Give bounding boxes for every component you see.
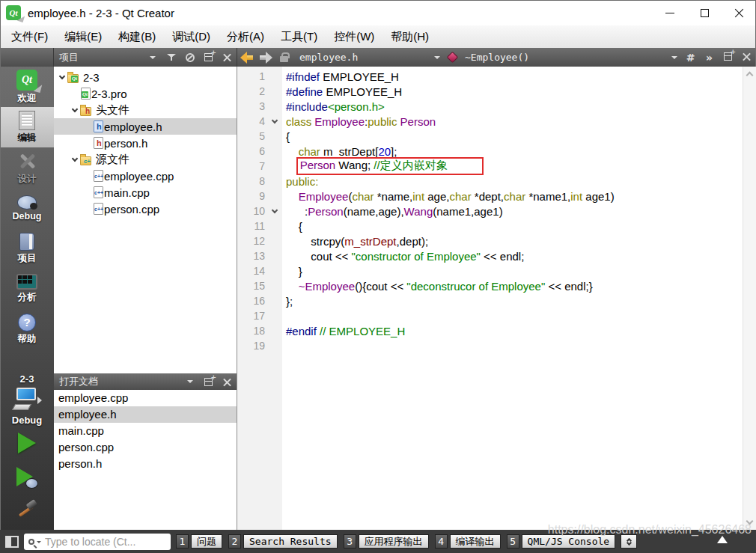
mode-qt-welcome[interactable]: Qt欢迎	[0, 67, 54, 107]
opendocs-combo-caret[interactable]	[180, 373, 199, 390]
tree-item[interactable]: 2-3.pro	[54, 85, 237, 102]
mode-analyze-monitor[interactable]: 分析	[0, 269, 54, 309]
projects-panel-title[interactable]: 项目	[54, 51, 143, 64]
open-documents-title[interactable]: 打开文档	[54, 375, 180, 388]
pane-number: 3	[344, 534, 356, 549]
menu-item[interactable]: 调试(D)	[164, 25, 219, 48]
kit-selector[interactable]: 2-3 Debug	[0, 373, 54, 426]
menu-item[interactable]: 帮助(H)	[382, 25, 437, 48]
output-pane-button-2[interactable]: 2Search Results	[228, 534, 338, 549]
fold-chevron-icon[interactable]	[267, 120, 282, 123]
code-line-text: strcpy(m_strDept,dept);	[282, 235, 428, 248]
open-document-item[interactable]: employee.cpp	[54, 390, 237, 406]
run-play-icon	[18, 433, 36, 453]
code-line-text: char m_strDept[20];	[282, 145, 397, 158]
sync-with-editor-button[interactable]	[180, 48, 199, 67]
line-number: 9	[237, 190, 267, 202]
close-icon	[223, 53, 231, 61]
filter-button[interactable]	[162, 48, 180, 67]
menu-item[interactable]: 编辑(E)	[56, 25, 110, 48]
open-document-item[interactable]: person.h	[54, 456, 237, 472]
split-icon	[724, 52, 732, 61]
open-documents-header: 打开文档	[54, 373, 237, 390]
mode-bug[interactable]: Debug	[0, 188, 54, 228]
build-hammer-icon	[16, 501, 38, 523]
overflow-button[interactable]: »	[700, 52, 719, 63]
menu-item[interactable]: 控件(W)	[326, 25, 382, 48]
expand-chevron-icon[interactable]	[69, 159, 80, 161]
toggle-sidebar-button[interactable]	[5, 536, 19, 548]
pane-number: 2	[228, 534, 241, 549]
code-line: 3#include<person.h>	[237, 99, 743, 114]
expand-chevron-icon[interactable]	[69, 109, 80, 111]
kit-monitor-icon	[12, 388, 42, 413]
editor-scrollbar[interactable]	[743, 67, 756, 530]
line-number: 16	[237, 295, 267, 307]
open-document-item[interactable]: main.cpp	[54, 423, 237, 439]
lock-icon	[280, 56, 288, 62]
open-file-dropdown[interactable]: employee.h	[296, 50, 443, 64]
symbol-dropdown[interactable]: ~Employee()	[462, 50, 680, 64]
scroll-up-icon[interactable]	[746, 72, 754, 79]
open-document-item[interactable]: person.cpp	[54, 439, 237, 456]
output-pane-button-3[interactable]: 3应用程序输出	[344, 534, 429, 549]
title-bar: Qt employee.h - 2-3 - Qt Creator	[0, 0, 756, 25]
sync-disabled-icon	[186, 53, 195, 62]
code-line-text: :Person(name,age),Wang(name1,age1)	[282, 205, 503, 218]
minimize-button[interactable]	[653, 0, 687, 25]
maximize-button[interactable]	[687, 0, 722, 25]
tree-item[interactable]: employee.cpp	[54, 168, 237, 184]
opendocs-close-button[interactable]	[218, 373, 237, 390]
panel-close-button[interactable]	[218, 48, 237, 67]
tree-item[interactable]: 头文件	[54, 102, 237, 118]
mode-design-tools[interactable]: 设计	[0, 147, 54, 188]
locator-box[interactable]	[24, 534, 171, 550]
method-diamond-icon	[447, 52, 459, 64]
mode-edit-document[interactable]: 编辑	[0, 107, 54, 147]
projects-panel-header: 项目	[54, 48, 237, 67]
output-pane-button-1[interactable]: 1问题	[176, 534, 222, 549]
run-button[interactable]	[0, 426, 54, 460]
build-button[interactable]	[0, 495, 54, 529]
folder-cpp-icon	[80, 156, 91, 165]
current-symbol: ~Employee()	[465, 52, 529, 63]
panel-combo-caret[interactable]	[143, 48, 162, 67]
open-document-item[interactable]: employee.h	[54, 406, 237, 423]
tree-item[interactable]: 源文件	[54, 151, 237, 168]
mode-projects-book[interactable]: 项目	[0, 228, 54, 269]
tree-item[interactable]: person.cpp	[54, 201, 237, 217]
pin-file-button[interactable]	[275, 48, 293, 67]
resize-grip[interactable]	[717, 536, 728, 543]
file-h-red-icon	[94, 137, 103, 149]
navigate-back-button[interactable]	[237, 48, 256, 67]
menu-item[interactable]: 构建(B)	[110, 25, 164, 48]
tree-item[interactable]: main.cpp	[54, 184, 237, 201]
editor-close-button[interactable]	[737, 52, 756, 61]
tree-item[interactable]: employee.h	[54, 118, 237, 135]
menu-item[interactable]: 工具(T)	[272, 25, 326, 48]
mode-help-question[interactable]: ?帮助	[0, 309, 54, 349]
panel-split-button[interactable]	[199, 48, 218, 67]
navigate-forward-button[interactable]	[256, 48, 275, 67]
editor-toolbar: employee.h ~Employee() # »	[237, 48, 756, 67]
line-number: 13	[237, 250, 267, 262]
expand-chevron-icon[interactable]	[56, 76, 67, 79]
fold-chevron-icon[interactable]	[267, 210, 282, 213]
macro-hash-button[interactable]: #	[681, 52, 700, 63]
locator-input[interactable]	[45, 536, 166, 548]
code-line: 6 char m_strDept[20];	[237, 144, 743, 159]
menu-item[interactable]: 分析(A)	[219, 25, 272, 48]
tree-item[interactable]: 2-3	[54, 69, 237, 85]
code-area[interactable]: 1#ifndef EMPLOYEE_H2#define EMPLOYEE_H3#…	[237, 67, 743, 530]
output-pane-button-4[interactable]: 4编译输出	[435, 534, 501, 549]
menu-item[interactable]: 文件(F)	[3, 25, 56, 48]
close-button[interactable]	[722, 0, 756, 25]
line-number: 14	[237, 265, 267, 277]
tree-item-label: 2-3	[83, 71, 100, 84]
debug-run-button[interactable]	[0, 460, 54, 495]
open-documents-list: employee.cppemployee.hmain.cppperson.cpp…	[54, 390, 237, 530]
editor-split-button[interactable]	[719, 52, 737, 61]
opendocs-split-button[interactable]	[199, 373, 218, 390]
tree-item[interactable]: person.h	[54, 135, 237, 151]
mode-label: 项目	[18, 252, 37, 265]
